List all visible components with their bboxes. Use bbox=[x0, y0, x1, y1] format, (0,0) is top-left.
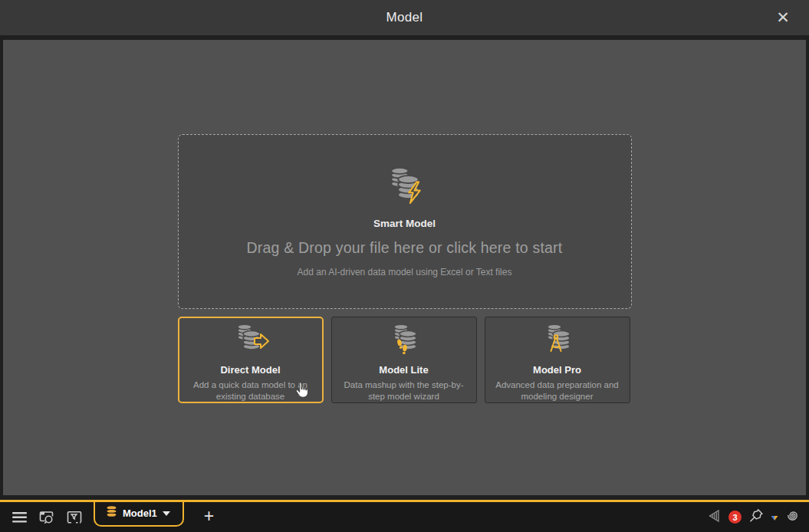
dialog-frame: Smart Model Drag & Drop your file here o… bbox=[0, 35, 809, 500]
dropdown-caret-icon[interactable] bbox=[771, 511, 778, 524]
spiral-logo-icon[interactable] bbox=[785, 508, 800, 526]
database-lightning-icon bbox=[383, 166, 427, 210]
taskbar-right-status: 3 bbox=[706, 508, 809, 527]
pin-icon[interactable] bbox=[748, 508, 764, 527]
smart-model-title: Smart Model bbox=[373, 218, 436, 229]
card-description: Add a quick data model to an existing da… bbox=[189, 379, 313, 402]
card-title: Model Pro bbox=[533, 364, 581, 376]
dialog-title: Model bbox=[386, 10, 423, 25]
database-compass-icon bbox=[538, 323, 577, 361]
card-model-lite[interactable]: Model Lite Data mashup with the step-by-… bbox=[331, 317, 477, 403]
close-icon[interactable]: ✕ bbox=[768, 0, 798, 35]
database-arrow-right-icon bbox=[231, 323, 271, 361]
database-footsteps-icon bbox=[384, 323, 424, 361]
card-description: Advanced data preparation and modeling d… bbox=[495, 379, 620, 402]
card-description: Data mashup with the step-by-step model … bbox=[342, 379, 466, 402]
smart-model-drop-text: Drag & Drop your file here or click here… bbox=[247, 239, 563, 257]
taskbar-left-tools bbox=[0, 506, 87, 529]
chevron-down-icon bbox=[163, 511, 170, 516]
bottom-taskbar: Model1 + 3 bbox=[0, 500, 809, 532]
notification-badge[interactable]: 3 bbox=[728, 511, 742, 524]
tab-model1[interactable]: Model1 bbox=[94, 502, 184, 527]
dataset-search-icon[interactable] bbox=[34, 506, 60, 529]
model-type-cards: Direct Model Add a quick data model to a… bbox=[178, 317, 632, 403]
dialog-content: Smart Model Drag & Drop your file here o… bbox=[3, 40, 806, 495]
add-tab-button[interactable]: + bbox=[199, 507, 219, 527]
tab-label: Model1 bbox=[123, 507, 157, 519]
card-model-pro[interactable]: Model Pro Advanced data preparation and … bbox=[485, 317, 630, 403]
hamburger-menu-icon[interactable] bbox=[6, 506, 32, 529]
filter-panel-icon[interactable] bbox=[61, 506, 87, 529]
smart-model-dropzone[interactable]: Smart Model Drag & Drop your file here o… bbox=[178, 134, 632, 309]
card-title: Direct Model bbox=[220, 364, 280, 376]
hatched-triangle-icon[interactable] bbox=[706, 508, 722, 527]
smart-model-hint: Add an AI-driven data model using Excel … bbox=[298, 267, 512, 277]
dialog-titlebar: Model ✕ bbox=[0, 0, 809, 35]
card-title: Model Lite bbox=[379, 364, 428, 376]
database-icon bbox=[106, 506, 117, 520]
card-direct-model[interactable]: Direct Model Add a quick data model to a… bbox=[178, 317, 324, 403]
